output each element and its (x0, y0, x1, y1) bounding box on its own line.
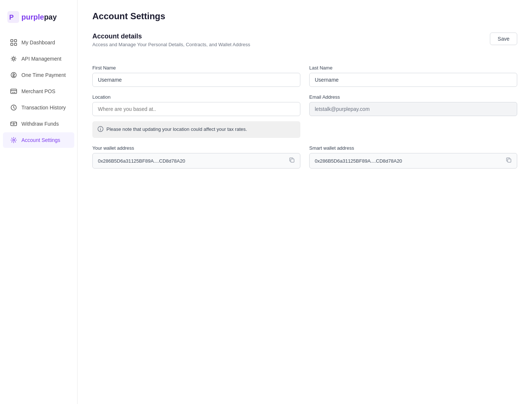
svg-point-6 (13, 58, 15, 60)
svg-text:P: P (9, 14, 14, 21)
svg-rect-8 (11, 89, 17, 94)
navigation: My Dashboard API Management One Time Pay… (0, 35, 77, 148)
email-input[interactable] (309, 102, 517, 116)
section-header: Account details Access and Manage Your P… (92, 33, 517, 56)
location-info-box: Please note that updating your location … (92, 121, 300, 138)
location-email-row: Location Please note that updating your … (92, 94, 517, 138)
logo-icon: P (7, 11, 19, 23)
svg-rect-15 (291, 159, 294, 162)
wallet-label: Your wallet address (92, 145, 300, 151)
sidebar-item-withdraw-funds[interactable]: Withdraw Funds (3, 116, 74, 132)
last-name-label: Last Name (309, 65, 517, 71)
svg-rect-10 (11, 122, 17, 126)
smart-wallet-label: Smart wallet address (309, 145, 517, 151)
svg-rect-3 (14, 40, 17, 42)
sidebar-item-api-label: API Management (21, 56, 61, 62)
svg-rect-5 (14, 43, 17, 45)
history-icon (10, 104, 17, 111)
copy-smart-wallet-icon[interactable] (506, 157, 512, 164)
svg-point-14 (100, 128, 101, 128)
sidebar-item-merchant-pos[interactable]: Merchant POS (3, 84, 74, 99)
sidebar-item-dashboard-label: My Dashboard (21, 40, 55, 45)
name-row: First Name Last Name (92, 65, 517, 87)
svg-point-11 (13, 123, 14, 125)
dashboard-icon (10, 39, 17, 46)
sidebar: P purplepay My Dashboard (0, 0, 78, 404)
email-group: Email Address (309, 94, 517, 138)
sidebar-item-pos-label: Merchant POS (21, 88, 55, 94)
save-button[interactable]: Save (490, 33, 517, 45)
last-name-group: Last Name (309, 65, 517, 87)
sidebar-item-dashboard[interactable]: My Dashboard (3, 35, 74, 50)
page-title: Account Settings (92, 11, 517, 21)
section-desc: Access and Manage Your Personal Details,… (92, 42, 250, 47)
info-icon (98, 126, 103, 133)
copy-wallet-icon[interactable] (289, 157, 295, 164)
location-label: Location (92, 94, 300, 100)
api-icon (10, 55, 17, 62)
sidebar-item-withdraw-label: Withdraw Funds (21, 121, 59, 127)
logo: P purplepay (0, 7, 77, 34)
smart-wallet-field: Smart wallet address 0x286B5D6a31125BF89… (309, 145, 517, 169)
sidebar-item-one-time-payment[interactable]: One Time Payment (3, 67, 74, 83)
section-info: Account details Access and Manage Your P… (92, 33, 250, 56)
wallet-field: Your wallet address 0x286B5D6a31125BF89A… (92, 145, 300, 169)
location-group: Location Please note that updating your … (92, 94, 300, 138)
pos-icon (10, 88, 17, 95)
svg-point-12 (13, 139, 15, 141)
wallet-row: Your wallet address 0x286B5D6a31125BF89A… (92, 145, 517, 169)
sidebar-item-settings-label: Account Settings (21, 137, 60, 143)
location-info-text: Please note that updating your location … (106, 126, 247, 133)
sidebar-item-history-label: Transaction History (21, 105, 66, 111)
email-label: Email Address (309, 94, 517, 100)
smart-wallet-address: 0x286B5D6a31125BF89A....CD8d78A20 (315, 158, 503, 164)
wallet-address: 0x286B5D6a31125BF89A....CD8d78A20 (98, 158, 286, 164)
svg-rect-16 (508, 159, 511, 162)
svg-rect-2 (11, 40, 13, 42)
first-name-label: First Name (92, 65, 300, 71)
payment-icon (10, 72, 17, 78)
last-name-input[interactable] (309, 73, 517, 87)
section-title: Account details (92, 33, 250, 40)
first-name-input[interactable] (92, 73, 300, 87)
withdraw-icon (10, 120, 17, 127)
first-name-group: First Name (92, 65, 300, 87)
main-content: Account Settings Account details Access … (78, 0, 532, 404)
sidebar-item-account-settings[interactable]: Account Settings (3, 132, 74, 148)
logo-text: purplepay (21, 13, 57, 21)
sidebar-item-transaction-history[interactable]: Transaction History (3, 100, 74, 115)
location-input[interactable] (92, 102, 300, 116)
sidebar-item-payment-label: One Time Payment (21, 72, 66, 78)
smart-wallet-input-wrap: 0x286B5D6a31125BF89A....CD8d78A20 (309, 153, 517, 169)
sidebar-item-api-management[interactable]: API Management (3, 51, 74, 67)
svg-rect-4 (11, 43, 13, 45)
wallet-input-wrap: 0x286B5D6a31125BF89A....CD8d78A20 (92, 153, 300, 169)
settings-icon (10, 137, 17, 143)
